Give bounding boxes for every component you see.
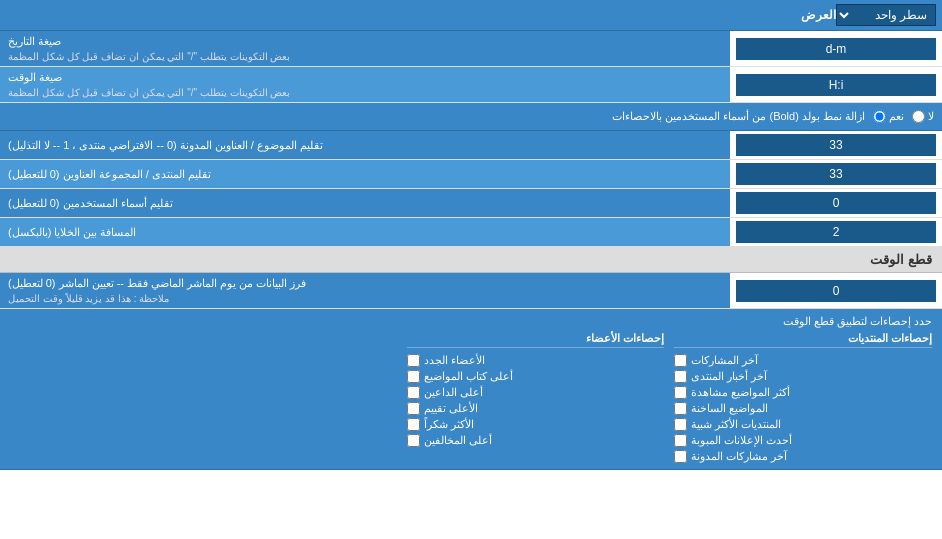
checkbox-item: الأعضاء الجدد xyxy=(407,354,665,367)
forum-stats-cb-0[interactable] xyxy=(674,354,687,367)
forum-stats-cb-1[interactable] xyxy=(674,370,687,383)
radio-yes[interactable]: نعم xyxy=(873,110,904,123)
checkbox-item: آخر المشاركات xyxy=(674,354,932,367)
radio-no[interactable]: لا xyxy=(912,110,934,123)
header-label: العرض xyxy=(6,8,836,22)
forum-stats-header: إحصاءات المنتديات xyxy=(674,332,932,348)
checkbox-item: أكثر المواضيع مشاهدة xyxy=(674,386,932,399)
topic-forum-align-row: 33 تقليم الموضوع / العناوين المدونة (0 -… xyxy=(0,131,942,160)
member-stats-header: إحصاءات الأعضاء xyxy=(407,332,665,348)
header-row: سطر واحدسطرينثلاثة أسطر العرض xyxy=(0,0,942,31)
member-stats-col: إحصاءات الأعضاء الأعضاء الجدد أعلى كتاب … xyxy=(407,332,665,463)
checkboxes-header: حدد إحصاءات لتطبيق قطع الوقت xyxy=(10,315,932,328)
spacer-col xyxy=(10,332,397,463)
topic-forum-align-label: تقليم الموضوع / العناوين المدونة (0 -- ا… xyxy=(0,131,730,159)
checkboxes-header-label: حدد إحصاءات لتطبيق قطع الوقت xyxy=(10,315,932,328)
forum-stats-cb-6[interactable] xyxy=(674,450,687,463)
checkbox-item: الأكثر شكراً xyxy=(407,418,665,431)
member-stats-cb-5[interactable] xyxy=(407,434,420,447)
bold-names-row: لا نعم ازالة نمط بولد (Bold) من أسماء ال… xyxy=(0,103,942,131)
time-format-label: صيغة الوقت بعض التكوينات يتطلب "/" التي … xyxy=(0,67,730,102)
checkbox-item: أحدث الإعلانات المبوبة xyxy=(674,434,932,447)
date-format-input[interactable]: d-m xyxy=(736,38,936,60)
forum-group-align-label: تقليم المنتدى / المجموعة العناوين (0 للت… xyxy=(0,160,730,188)
checkbox-item: آخر أخبار المنتدى xyxy=(674,370,932,383)
date-format-row: d-m صيغة التاريخ بعض التكوينات يتطلب "/"… xyxy=(0,31,942,67)
member-stats-cb-0[interactable] xyxy=(407,354,420,367)
checkbox-item: أعلى كتاب المواضيع xyxy=(407,370,665,383)
member-stats-cb-2[interactable] xyxy=(407,386,420,399)
user-names-trim-row: 0 تقليم أسماء المستخدمين (0 للتعطيل) xyxy=(0,189,942,218)
user-names-trim-input[interactable]: 0 xyxy=(736,192,936,214)
cutoff-section-header: قطع الوقت xyxy=(0,247,942,273)
checkbox-item: المواضيع الساخنة xyxy=(674,402,932,415)
forum-group-align-input[interactable]: 33 xyxy=(736,163,936,185)
forum-group-align-row: 33 تقليم المنتدى / المجموعة العناوين (0 … xyxy=(0,160,942,189)
user-names-trim-label: تقليم أسماء المستخدمين (0 للتعطيل) xyxy=(0,189,730,217)
forum-stats-col: إحصاءات المنتديات آخر المشاركات آخر أخبا… xyxy=(674,332,932,463)
forum-stats-cb-2[interactable] xyxy=(674,386,687,399)
main-container: سطر واحدسطرينثلاثة أسطر العرض d-m صيغة ا… xyxy=(0,0,942,470)
cutoff-value-row: 0 فرز البيانات من يوم الماشر الماضي فقط … xyxy=(0,273,942,309)
bold-names-label: ازالة نمط بولد (Bold) من أسماء المستخدمي… xyxy=(8,110,865,123)
time-format-row: H:i صيغة الوقت بعض التكوينات يتطلب "/" ا… xyxy=(0,67,942,103)
forum-stats-cb-4[interactable] xyxy=(674,418,687,431)
checkbox-item: أعلى المخالفين xyxy=(407,434,665,447)
checkbox-item: أعلى الداعين xyxy=(407,386,665,399)
checkbox-item: المنتديات الأكثر شبية xyxy=(674,418,932,431)
display-select[interactable]: سطر واحدسطرينثلاثة أسطر xyxy=(836,4,936,26)
cell-distance-label: المسافة بين الخلايا (بالبكسل) xyxy=(0,218,730,246)
cell-distance-row: 2 المسافة بين الخلايا (بالبكسل) xyxy=(0,218,942,247)
member-stats-cb-4[interactable] xyxy=(407,418,420,431)
cutoff-value-input[interactable]: 0 xyxy=(736,280,936,302)
checkbox-item: الأعلى تقييم xyxy=(407,402,665,415)
topic-forum-align-input[interactable]: 33 xyxy=(736,134,936,156)
checkboxes-section: حدد إحصاءات لتطبيق قطع الوقت إحصاءات الم… xyxy=(0,309,942,470)
bold-radio-group: لا نعم xyxy=(873,110,934,123)
date-format-label: صيغة التاريخ بعض التكوينات يتطلب "/" الت… xyxy=(0,31,730,66)
checkboxes-columns: إحصاءات المنتديات آخر المشاركات آخر أخبا… xyxy=(10,332,932,463)
cell-distance-input[interactable]: 2 xyxy=(736,221,936,243)
member-stats-cb-1[interactable] xyxy=(407,370,420,383)
forum-stats-cb-5[interactable] xyxy=(674,434,687,447)
checkbox-item: آخر مشاركات المدونة xyxy=(674,450,932,463)
cutoff-value-label: فرز البيانات من يوم الماشر الماضي فقط --… xyxy=(0,273,730,308)
time-format-input[interactable]: H:i xyxy=(736,74,936,96)
member-stats-cb-3[interactable] xyxy=(407,402,420,415)
forum-stats-cb-3[interactable] xyxy=(674,402,687,415)
